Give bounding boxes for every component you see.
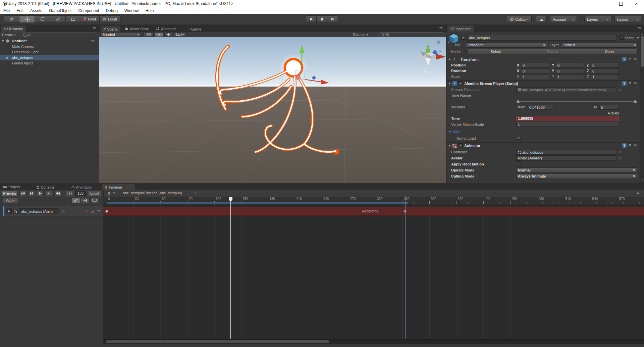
tab-inspector[interactable]: ⓘ Inspector: [447, 26, 474, 32]
timeline-gear-icon[interactable]: ⚙: [637, 191, 640, 195]
gizmos-dropdown[interactable]: Gizmos▾: [353, 32, 368, 37]
hierarchy-pane-menu-icon[interactable]: ▾≡: [93, 26, 96, 30]
scale-tool-button[interactable]: [50, 15, 66, 23]
scrollbar-thumb[interactable]: [641, 36, 644, 67]
static-checkbox[interactable]: [620, 36, 624, 40]
tag-dropdown[interactable]: Untagged⇅: [466, 42, 547, 48]
menu-file[interactable]: File: [0, 8, 13, 13]
stream-descriptor-picker-icon[interactable]: ⊙: [618, 88, 621, 92]
fold-closed-icon[interactable]: ▶: [6, 55, 9, 60]
alembic-help-icon[interactable]: ?: [622, 81, 627, 86]
apply-root-motion-checkbox[interactable]: [517, 161, 521, 165]
scene-effects-button[interactable]: ▾: [174, 32, 186, 37]
minimize-button[interactable]: [598, 0, 613, 7]
hierarchy-item-gameobject[interactable]: GameObject: [0, 60, 99, 66]
pivot-toggle-button[interactable]: Pivot: [79, 15, 100, 23]
capture-button[interactable]: [90, 198, 99, 203]
scene-pane-menu-icon[interactable]: ▾≡: [439, 26, 443, 30]
menu-gameobject[interactable]: GameObject: [46, 8, 75, 13]
playhead-line[interactable]: [230, 197, 231, 339]
rotate-tool-button[interactable]: [35, 15, 50, 23]
play-button[interactable]: [306, 15, 317, 23]
goto-end-button[interactable]: [54, 191, 61, 196]
tab-animation[interactable]: ◷ Animation: [68, 185, 96, 190]
alembic-gear-icon[interactable]: ⚙: [634, 81, 637, 85]
menu-debug[interactable]: Debug: [102, 8, 121, 13]
misc-fold-icon[interactable]: ▼: [448, 130, 451, 134]
scene-search[interactable]: [378, 32, 444, 37]
keyframe-diamond[interactable]: [105, 210, 109, 213]
close-button[interactable]: ×: [629, 0, 644, 7]
next-frame-button[interactable]: [46, 191, 52, 196]
layer-dropdown[interactable]: Default⇅: [562, 42, 638, 48]
static-dropdown-icon[interactable]: ▼: [636, 36, 640, 40]
animator-help-icon[interactable]: ?: [622, 143, 627, 148]
object-icon-dropdown[interactable]: ▾: [448, 40, 449, 44]
timeline-area[interactable]: 0306090120150180210240270300330360390420…: [103, 197, 644, 344]
track-curve-icon[interactable]: [91, 209, 95, 213]
hierarchy-item-abc-octopus[interactable]: ▶ abc_octopus: [0, 55, 99, 60]
object-name-input[interactable]: [469, 36, 615, 40]
scene-row-menu-icon[interactable]: ▾≡: [91, 38, 95, 44]
position-z-field[interactable]: 0: [591, 63, 619, 68]
scroll-down-icon[interactable]: ▼: [641, 179, 643, 181]
transform-help-icon[interactable]: ?: [622, 57, 627, 61]
gizmo-z-handle[interactable]: [312, 76, 316, 80]
previous-frame-button[interactable]: [28, 191, 35, 196]
menu-component[interactable]: Component: [75, 8, 102, 13]
animator-enabled-checkbox[interactable]: ✓: [459, 143, 463, 147]
hierarchy-item-directional-light[interactable]: Directional Light: [0, 49, 99, 55]
play-range-button[interactable]: [66, 191, 73, 196]
step-button[interactable]: [327, 15, 338, 23]
animator-fold-icon[interactable]: ▼: [448, 144, 451, 147]
scale-y-field[interactable]: 1: [556, 74, 584, 79]
hierarchy-search[interactable]: [21, 33, 97, 37]
stream-descriptor-field[interactable]: abc_octopus_ABCDesc (AlembicStreamDescri…: [516, 87, 616, 92]
animator-preset-icon[interactable]: ≣: [629, 143, 631, 147]
tab-timeline[interactable]: ▯ Timeline: [102, 184, 135, 190]
shading-mode-dropdown[interactable]: Shaded▾: [101, 32, 141, 37]
recording-clip[interactable]: Recording...: [103, 207, 644, 216]
move-tool-button[interactable]: [19, 15, 35, 23]
track-menu-icon[interactable]: ▾≡: [97, 209, 101, 212]
scene-viewport[interactable]: y x z Persp: [99, 37, 446, 183]
model-open-button[interactable]: Open: [581, 49, 638, 54]
rotation-x-field[interactable]: 0: [521, 68, 549, 73]
menu-edit[interactable]: Edit: [13, 8, 27, 13]
tab-asset-store[interactable]: Asset Store: [121, 26, 152, 32]
scale-z-field[interactable]: 1: [591, 74, 619, 79]
from-field[interactable]: 0.041666: [528, 105, 553, 110]
add-button[interactable]: Add▾: [3, 198, 18, 203]
hierarchy-item-main-camera[interactable]: Main Camera: [0, 44, 99, 49]
fold-open-icon[interactable]: ▼: [1, 38, 4, 44]
rotation-z-field[interactable]: 0: [591, 68, 619, 73]
hand-tool-button[interactable]: [4, 15, 19, 23]
culling-mode-dropdown[interactable]: Always Animate⇅: [516, 174, 637, 179]
menu-help[interactable]: Help: [142, 8, 157, 13]
account-button[interactable]: Account▾: [550, 16, 577, 23]
to-field[interactable]: 5: [599, 105, 619, 110]
track-picker-icon[interactable]: ⊙: [62, 209, 65, 213]
position-x-field[interactable]: 0: [521, 63, 549, 68]
tab-animator[interactable]: Animator: [153, 26, 179, 32]
curves-view-button[interactable]: [71, 198, 80, 203]
alembic-enabled-checkbox[interactable]: ✓: [459, 81, 463, 85]
scene-search-input[interactable]: [385, 33, 442, 37]
model-revert-button[interactable]: Revert: [524, 49, 581, 54]
local-toggle-button[interactable]: Local: [100, 15, 120, 23]
async-load-checkbox[interactable]: ✓: [517, 136, 521, 140]
tab-scene[interactable]: # Scene: [101, 26, 120, 33]
collab-button[interactable]: ✓ Collab ▾: [507, 16, 532, 23]
slider-min-handle[interactable]: [516, 100, 520, 104]
timeline-view-updown-icon[interactable]: ⇅: [113, 191, 116, 195]
controller-picker-icon[interactable]: ⊙: [618, 150, 621, 154]
scene-root-row[interactable]: ▼ Untitled* ▾≡: [0, 38, 99, 44]
pause-button[interactable]: [317, 15, 327, 23]
scroll-up-icon[interactable]: ▲: [641, 33, 643, 35]
hierarchy-search-input[interactable]: [27, 33, 95, 37]
toggle-2d-button[interactable]: 2D: [144, 32, 154, 37]
timeline-view-toggle-icon[interactable]: ▯: [108, 191, 110, 196]
controller-field[interactable]: abc_octopus: [516, 150, 616, 155]
inspector-pane-menu-icon[interactable]: ▾≡: [638, 26, 641, 30]
timeline-breadcrumb[interactable]: abc_octopusTimeline (abc_octopus): [123, 191, 182, 195]
